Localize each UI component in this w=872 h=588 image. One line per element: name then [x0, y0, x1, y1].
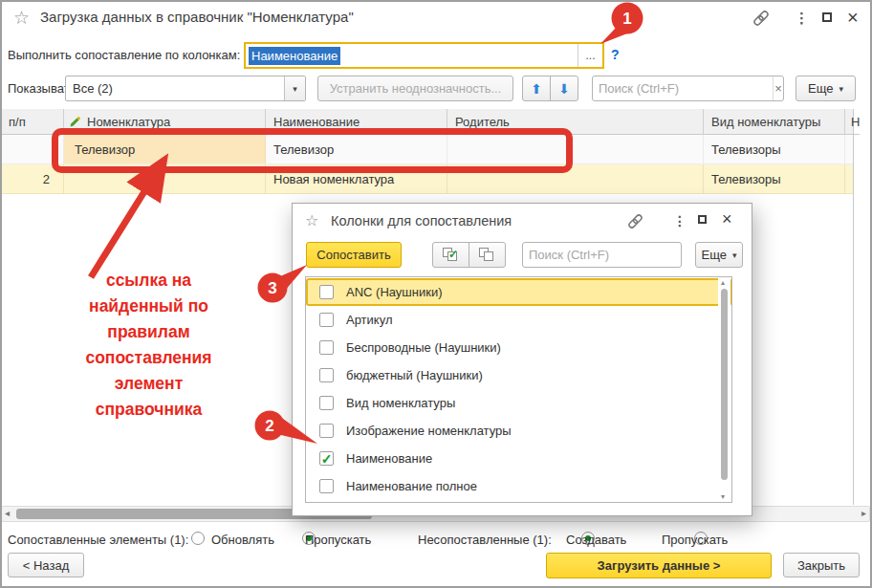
window-title: Загрузка данных в справочник "Номенклату… [40, 9, 354, 25]
show-filter-dropdown-button[interactable]: ▾ [284, 76, 305, 100]
load-data-button[interactable]: Загрузить данные > [546, 553, 772, 578]
search-clear-button[interactable]: × [773, 76, 783, 100]
dialog-more-button[interactable]: Еще ▾ [695, 242, 743, 268]
column-option[interactable]: ✓ Артикул [306, 306, 731, 334]
unmatched-create-label[interactable]: Создавать [566, 533, 626, 547]
cell-kind: Телевизоры [704, 164, 845, 193]
chevron-down-icon: ▾ [293, 84, 297, 94]
matched-label: Сопоставленные элементы (1): [8, 533, 188, 547]
scroll-right-icon[interactable]: ▸ [861, 508, 866, 518]
annotation-note: ссылка на найденный по правилам сопостав… [46, 268, 251, 423]
chevron-down-icon: ▾ [732, 250, 737, 260]
balloon-2-number: 2 [265, 417, 273, 435]
list-scrollbar[interactable]: ▴ ▾ [718, 278, 730, 501]
annotation-arrow [53, 153, 177, 287]
balloon-1-number: 1 [622, 10, 631, 28]
checkbox-icon[interactable]: ✓ [319, 285, 334, 299]
link-icon[interactable] [752, 11, 770, 26]
more-button[interactable]: Еще ▾ [796, 76, 856, 101]
close-icon[interactable]: × [847, 8, 859, 27]
uncheck-all-icon [479, 248, 495, 262]
dialog-link-icon[interactable] [627, 214, 643, 229]
mapping-selected-value: Наименование [249, 47, 340, 65]
uncheck-all-button[interactable] [469, 242, 506, 268]
cell-kind: Телевизоры [704, 135, 845, 163]
dialog-maximize-icon[interactable] [698, 215, 707, 224]
annotation-balloon-2: 2 [251, 408, 327, 452]
checkbox-icon[interactable]: ✓ [319, 479, 334, 493]
scroll-up-icon[interactable]: ▴ [721, 278, 725, 287]
more-vert-icon[interactable]: ⋮ [795, 10, 809, 27]
close-button[interactable]: Закрыть [783, 553, 860, 577]
annotation-balloon-3: 3 [251, 260, 313, 308]
column-option[interactable]: ✓ Изображение номенклатуры [306, 417, 731, 445]
favorite-star-icon[interactable]: ☆ [13, 9, 30, 27]
dialog-more-vert-icon[interactable]: ⋮ [673, 213, 687, 229]
matched-update-radio[interactable] [191, 532, 205, 545]
columns-dialog: ☆ Колонки для сопоставления ⋮ × Сопостав… [292, 203, 752, 516]
checkbox-icon[interactable]: ✓ [319, 340, 334, 355]
arrow-up-icon: ⬆ [531, 81, 542, 97]
dialog-close-icon[interactable]: × [722, 210, 732, 228]
show-filter-select[interactable]: Все (2) ▾ [65, 76, 306, 101]
scroll-left-icon[interactable]: ◂ [5, 508, 10, 518]
show-filter-value: Все (2) [66, 76, 284, 100]
column-option[interactable]: ✓ Вид номенклатуры [306, 389, 731, 417]
column-option[interactable]: ✓ Беспроводные (Наушники) [306, 334, 731, 361]
chevron-down-icon: ▾ [839, 84, 843, 94]
mapping-label: Выполнить сопоставление по колонкам: [8, 48, 240, 62]
table-search: × [592, 76, 784, 101]
col-header-cutoff[interactable]: Н [845, 109, 860, 135]
arrow-down-icon: ⬇ [558, 81, 570, 97]
column-option[interactable]: ✓ Наименование [306, 445, 731, 472]
column-option[interactable]: ✓ ANC (Наушники) [306, 278, 731, 306]
scroll-down-icon[interactable]: ▾ [721, 492, 725, 501]
pencil-icon [69, 116, 81, 128]
maximize-icon[interactable] [822, 12, 832, 22]
move-up-button[interactable]: ⬆ [522, 76, 551, 101]
more-button-label: Еще [808, 81, 833, 96]
mapping-columns-field[interactable]: Наименование ... [244, 42, 604, 69]
dialog-title: Колонки для сопоставления [331, 213, 512, 229]
checkbox-icon[interactable]: ✓ [319, 313, 334, 327]
back-button[interactable]: < Назад [8, 553, 84, 577]
matched-skip-label[interactable]: Пропускать [305, 533, 371, 547]
search-input[interactable] [593, 76, 773, 100]
column-option[interactable]: ✓ бюджетный (Наушники) [306, 361, 731, 389]
matched-update-label[interactable]: Обновлять [211, 533, 274, 547]
main-titlebar: ☆ Загрузка данных в справочник "Номенкла… [0, 0, 872, 36]
annotation-balloon-1: 1 [593, 1, 652, 51]
dialog-search: × [522, 242, 682, 268]
checkbox-checked-icon[interactable]: ✓ [319, 451, 334, 466]
dialog-search-input[interactable] [523, 243, 703, 267]
map-button[interactable]: Сопоставить [306, 242, 402, 268]
check-all-icon: ✓ [443, 248, 459, 262]
disambiguate-button[interactable]: Устранить неоднозначность... [317, 76, 513, 101]
balloon-3-number: 3 [268, 279, 276, 297]
col-header-kind[interactable]: Вид номенклатуры [704, 109, 845, 135]
unmatched-label: Несопоставленные (1): [418, 533, 552, 547]
check-all-button[interactable]: ✓ [432, 242, 469, 268]
move-down-button[interactable]: ⬇ [550, 76, 578, 101]
dialog-favorite-star-icon[interactable]: ☆ [305, 213, 318, 229]
dialog-more-button-label: Еще [702, 248, 727, 262]
unmatched-skip-label[interactable]: Пропускать [662, 533, 728, 547]
columns-list: ✓ ANC (Наушники) ✓ Артикул ✓ Беспроводны… [305, 276, 732, 503]
list-scrollbar-thumb[interactable] [721, 289, 728, 480]
column-option[interactable]: ✓ Наименование полное [306, 472, 731, 500]
checkbox-icon[interactable]: ✓ [319, 368, 334, 382]
